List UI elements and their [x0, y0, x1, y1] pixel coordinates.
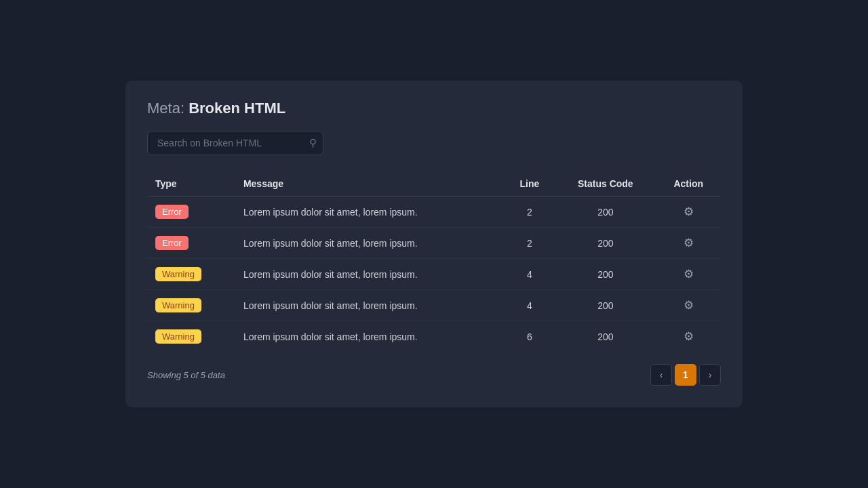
table-row: Warning Lorem ipsum dolor sit amet, lore…	[147, 290, 721, 321]
col-message: Message	[235, 171, 505, 197]
table-header-row: Type Message Line Status Code Action	[147, 171, 721, 197]
table-row: Error Lorem ipsum dolor sit amet, lorem …	[147, 197, 721, 228]
search-wrapper: ⚲	[147, 131, 323, 155]
gear-icon[interactable]: ⚙	[684, 205, 694, 218]
main-container: Meta: Broken HTML ⚲ Type Message Line St…	[125, 81, 743, 407]
cell-status-code: 200	[555, 259, 656, 290]
table-row: Warning Lorem ipsum dolor sit amet, lore…	[147, 321, 721, 352]
col-type: Type	[147, 171, 235, 197]
search-input[interactable]	[147, 131, 323, 155]
col-status-code: Status Code	[555, 171, 656, 197]
cell-type: Error	[147, 228, 235, 259]
title-prefix: Meta:	[147, 100, 189, 117]
cell-type: Warning	[147, 290, 235, 321]
title-main: Broken HTML	[189, 100, 285, 117]
table-footer: Showing 5 of 5 data ‹ 1 ›	[147, 364, 721, 386]
cell-type: Warning	[147, 259, 235, 290]
page-title: Meta: Broken HTML	[147, 100, 721, 117]
cell-line: 6	[505, 321, 555, 352]
cell-message: Lorem ipsum dolor sit amet, lorem ipsum.	[235, 228, 505, 259]
type-badge: Warning	[155, 267, 201, 281]
cell-status-code: 200	[555, 321, 656, 352]
data-table: Type Message Line Status Code Action Err…	[147, 171, 721, 352]
table-row: Warning Lorem ipsum dolor sit amet, lore…	[147, 259, 721, 290]
cell-message: Lorem ipsum dolor sit amet, lorem ipsum.	[235, 259, 505, 290]
cell-action: ⚙	[656, 290, 722, 321]
cell-line: 4	[505, 290, 555, 321]
cell-action: ⚙	[656, 321, 722, 352]
cell-status-code: 200	[555, 228, 656, 259]
cell-action: ⚙	[656, 228, 722, 259]
cell-status-code: 200	[555, 290, 656, 321]
table-row: Error Lorem ipsum dolor sit amet, lorem …	[147, 228, 721, 259]
cell-action: ⚙	[656, 197, 722, 228]
cell-type: Warning	[147, 321, 235, 352]
cell-action: ⚙	[656, 259, 722, 290]
gear-icon[interactable]: ⚙	[684, 299, 694, 312]
showing-text: Showing 5 of 5 data	[147, 370, 225, 380]
type-badge: Error	[155, 205, 189, 219]
gear-icon[interactable]: ⚙	[684, 237, 694, 249]
pagination: ‹ 1 ›	[650, 364, 721, 386]
cell-line: 2	[505, 228, 555, 259]
col-line: Line	[505, 171, 555, 197]
type-badge: Error	[155, 236, 189, 250]
type-badge: Warning	[155, 329, 201, 344]
type-badge: Warning	[155, 298, 201, 312]
cell-type: Error	[147, 197, 235, 228]
cell-line: 2	[505, 197, 555, 228]
pagination-prev[interactable]: ‹	[650, 364, 672, 386]
gear-icon[interactable]: ⚙	[684, 330, 694, 343]
col-action: Action	[656, 171, 722, 197]
cell-status-code: 200	[555, 197, 656, 228]
pagination-page-1[interactable]: 1	[675, 364, 696, 386]
cell-message: Lorem ipsum dolor sit amet, lorem ipsum.	[235, 197, 505, 228]
pagination-next[interactable]: ›	[699, 364, 721, 386]
cell-line: 4	[505, 259, 555, 290]
cell-message: Lorem ipsum dolor sit amet, lorem ipsum.	[235, 290, 505, 321]
cell-message: Lorem ipsum dolor sit amet, lorem ipsum.	[235, 321, 505, 352]
gear-icon[interactable]: ⚙	[684, 268, 694, 281]
